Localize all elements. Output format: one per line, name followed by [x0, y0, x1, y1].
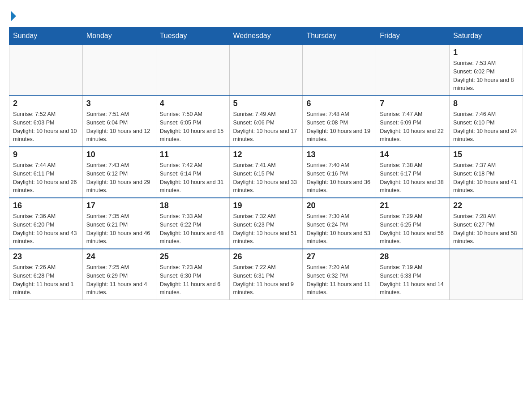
day-number: 25: [160, 252, 226, 261]
day-info: Sunrise: 7:42 AM Sunset: 6:14 PM Dayligh…: [160, 161, 226, 195]
day-number: 12: [233, 150, 299, 159]
day-number: 8: [453, 99, 519, 108]
day-number: 2: [13, 99, 79, 108]
day-info: Sunrise: 7:53 AM Sunset: 6:02 PM Dayligh…: [453, 59, 519, 93]
weekday-header-row: SundayMondayTuesdayWednesdayThursdayFrid…: [9, 27, 523, 45]
day-info: Sunrise: 7:20 AM Sunset: 6:32 PM Dayligh…: [306, 263, 372, 297]
calendar-table: SundayMondayTuesdayWednesdayThursdayFrid…: [9, 27, 523, 300]
week-row-5: 23Sunrise: 7:26 AM Sunset: 6:28 PM Dayli…: [9, 249, 523, 300]
day-info: Sunrise: 7:44 AM Sunset: 6:11 PM Dayligh…: [13, 161, 79, 195]
calendar-cell: 14Sunrise: 7:38 AM Sunset: 6:17 PM Dayli…: [376, 147, 450, 198]
calendar-cell: 25Sunrise: 7:23 AM Sunset: 6:30 PM Dayli…: [156, 249, 229, 300]
day-number: 23: [13, 252, 79, 261]
calendar-cell: 17Sunrise: 7:35 AM Sunset: 6:21 PM Dayli…: [82, 198, 156, 249]
day-info: Sunrise: 7:52 AM Sunset: 6:03 PM Dayligh…: [13, 110, 79, 144]
week-row-1: 1Sunrise: 7:53 AM Sunset: 6:02 PM Daylig…: [9, 45, 523, 96]
calendar-cell: 3Sunrise: 7:51 AM Sunset: 6:04 PM Daylig…: [82, 96, 156, 147]
calendar-cell: 19Sunrise: 7:32 AM Sunset: 6:23 PM Dayli…: [229, 198, 303, 249]
calendar-cell: 28Sunrise: 7:19 AM Sunset: 6:33 PM Dayli…: [376, 249, 450, 300]
day-info: Sunrise: 7:29 AM Sunset: 6:25 PM Dayligh…: [380, 212, 446, 246]
day-info: Sunrise: 7:23 AM Sunset: 6:30 PM Dayligh…: [160, 263, 226, 297]
day-info: Sunrise: 7:25 AM Sunset: 6:29 PM Dayligh…: [86, 263, 152, 297]
weekday-header-thursday: Thursday: [303, 27, 376, 45]
calendar-cell: [82, 45, 156, 96]
day-info: Sunrise: 7:26 AM Sunset: 6:28 PM Dayligh…: [13, 263, 79, 297]
calendar-cell: 13Sunrise: 7:40 AM Sunset: 6:16 PM Dayli…: [303, 147, 376, 198]
weekday-header-friday: Friday: [376, 27, 450, 45]
day-number: 15: [453, 150, 519, 159]
day-number: 28: [380, 252, 446, 261]
day-number: 6: [306, 99, 372, 108]
day-number: 1: [453, 48, 519, 57]
day-info: Sunrise: 7:46 AM Sunset: 6:10 PM Dayligh…: [453, 110, 519, 144]
day-info: Sunrise: 7:48 AM Sunset: 6:08 PM Dayligh…: [306, 110, 372, 144]
calendar-cell: 7Sunrise: 7:47 AM Sunset: 6:09 PM Daylig…: [376, 96, 450, 147]
calendar-cell: 5Sunrise: 7:49 AM Sunset: 6:06 PM Daylig…: [229, 96, 303, 147]
day-info: Sunrise: 7:36 AM Sunset: 6:20 PM Dayligh…: [13, 212, 79, 246]
weekday-header-monday: Monday: [82, 27, 156, 45]
day-number: 26: [233, 252, 299, 261]
day-info: Sunrise: 7:47 AM Sunset: 6:09 PM Dayligh…: [380, 110, 446, 144]
day-info: Sunrise: 7:50 AM Sunset: 6:05 PM Dayligh…: [160, 110, 226, 144]
day-info: Sunrise: 7:37 AM Sunset: 6:18 PM Dayligh…: [453, 161, 519, 195]
day-number: 14: [380, 150, 446, 159]
calendar-cell: 24Sunrise: 7:25 AM Sunset: 6:29 PM Dayli…: [82, 249, 156, 300]
calendar-cell: 27Sunrise: 7:20 AM Sunset: 6:32 PM Dayli…: [303, 249, 376, 300]
day-number: 11: [160, 150, 226, 159]
calendar-cell: 10Sunrise: 7:43 AM Sunset: 6:12 PM Dayli…: [82, 147, 156, 198]
day-info: Sunrise: 7:33 AM Sunset: 6:22 PM Dayligh…: [160, 212, 226, 246]
day-number: 19: [233, 201, 299, 210]
calendar-cell: 22Sunrise: 7:28 AM Sunset: 6:27 PM Dayli…: [450, 198, 523, 249]
day-info: Sunrise: 7:32 AM Sunset: 6:23 PM Dayligh…: [233, 212, 299, 246]
day-number: 22: [453, 201, 519, 210]
calendar-cell: 20Sunrise: 7:30 AM Sunset: 6:24 PM Dayli…: [303, 198, 376, 249]
calendar-cell: [9, 45, 83, 96]
calendar-cell: 18Sunrise: 7:33 AM Sunset: 6:22 PM Dayli…: [156, 198, 229, 249]
day-number: 21: [380, 201, 446, 210]
calendar-cell: 4Sunrise: 7:50 AM Sunset: 6:05 PM Daylig…: [156, 96, 229, 147]
day-number: 7: [380, 99, 446, 108]
week-row-3: 9Sunrise: 7:44 AM Sunset: 6:11 PM Daylig…: [9, 147, 523, 198]
weekday-header-sunday: Sunday: [9, 27, 83, 45]
weekday-header-tuesday: Tuesday: [156, 27, 229, 45]
weekday-header-wednesday: Wednesday: [229, 27, 303, 45]
day-info: Sunrise: 7:30 AM Sunset: 6:24 PM Dayligh…: [306, 212, 372, 246]
page-header: [9, 9, 523, 20]
day-info: Sunrise: 7:51 AM Sunset: 6:04 PM Dayligh…: [86, 110, 152, 144]
day-info: Sunrise: 7:41 AM Sunset: 6:15 PM Dayligh…: [233, 161, 299, 195]
day-number: 18: [160, 201, 226, 210]
day-number: 5: [233, 99, 299, 108]
calendar-cell: 8Sunrise: 7:46 AM Sunset: 6:10 PM Daylig…: [450, 96, 523, 147]
day-number: 16: [13, 201, 79, 210]
calendar-cell: 9Sunrise: 7:44 AM Sunset: 6:11 PM Daylig…: [9, 147, 83, 198]
day-number: 9: [13, 150, 79, 159]
weekday-header-saturday: Saturday: [450, 27, 523, 45]
logo: [9, 9, 16, 20]
day-number: 20: [306, 201, 372, 210]
day-number: 13: [306, 150, 372, 159]
day-info: Sunrise: 7:40 AM Sunset: 6:16 PM Dayligh…: [306, 161, 372, 195]
week-row-2: 2Sunrise: 7:52 AM Sunset: 6:03 PM Daylig…: [9, 96, 523, 147]
day-info: Sunrise: 7:28 AM Sunset: 6:27 PM Dayligh…: [453, 212, 519, 246]
day-number: 17: [86, 201, 152, 210]
calendar-cell: [156, 45, 229, 96]
calendar-cell: [450, 249, 523, 300]
day-number: 27: [306, 252, 372, 261]
calendar-cell: 16Sunrise: 7:36 AM Sunset: 6:20 PM Dayli…: [9, 198, 83, 249]
calendar-cell: 26Sunrise: 7:22 AM Sunset: 6:31 PM Dayli…: [229, 249, 303, 300]
calendar-cell: 1Sunrise: 7:53 AM Sunset: 6:02 PM Daylig…: [450, 45, 523, 96]
week-row-4: 16Sunrise: 7:36 AM Sunset: 6:20 PM Dayli…: [9, 198, 523, 249]
calendar-cell: 21Sunrise: 7:29 AM Sunset: 6:25 PM Dayli…: [376, 198, 450, 249]
calendar-cell: 11Sunrise: 7:42 AM Sunset: 6:14 PM Dayli…: [156, 147, 229, 198]
day-number: 24: [86, 252, 152, 261]
calendar-cell: [376, 45, 450, 96]
day-info: Sunrise: 7:38 AM Sunset: 6:17 PM Dayligh…: [380, 161, 446, 195]
day-info: Sunrise: 7:43 AM Sunset: 6:12 PM Dayligh…: [86, 161, 152, 195]
day-number: 10: [86, 150, 152, 159]
calendar-cell: 23Sunrise: 7:26 AM Sunset: 6:28 PM Dayli…: [9, 249, 83, 300]
day-info: Sunrise: 7:22 AM Sunset: 6:31 PM Dayligh…: [233, 263, 299, 297]
day-number: 3: [86, 99, 152, 108]
logo-arrow-icon: [11, 11, 16, 21]
day-number: 4: [160, 99, 226, 108]
calendar-cell: [303, 45, 376, 96]
